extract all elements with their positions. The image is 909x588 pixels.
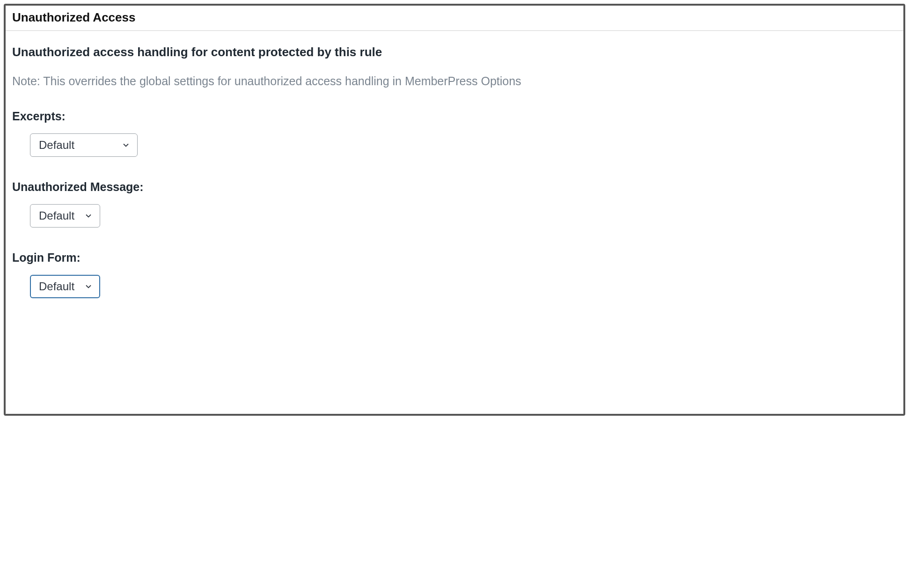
- unauthorized-message-select[interactable]: Default: [30, 204, 100, 228]
- excerpts-label: Excerpts:: [12, 110, 897, 123]
- unauthorized-message-select-value: Default: [39, 209, 74, 222]
- unauthorized-access-panel: Unauthorized Access Unauthorized access …: [4, 4, 905, 416]
- chevron-down-icon: [84, 211, 93, 220]
- unauthorized-message-field-group: Unauthorized Message: Default: [12, 180, 897, 228]
- note-text: Note: This overrides the global settings…: [12, 74, 897, 89]
- unauthorized-message-label: Unauthorized Message:: [12, 180, 897, 194]
- login-form-select[interactable]: Default: [30, 275, 100, 298]
- panel-body: Unauthorized access handling for content…: [6, 31, 903, 340]
- login-form-field-group: Login Form: Default: [12, 251, 897, 298]
- chevron-down-icon: [84, 282, 93, 291]
- excerpts-select-value: Default: [39, 139, 74, 152]
- chevron-down-icon: [121, 140, 131, 150]
- panel-title: Unauthorized Access: [12, 10, 897, 25]
- login-form-select-value: Default: [39, 280, 74, 293]
- section-heading: Unauthorized access handling for content…: [12, 45, 897, 59]
- excerpts-select[interactable]: Default: [30, 133, 138, 157]
- excerpts-field-group: Excerpts: Default: [12, 110, 897, 157]
- panel-header: Unauthorized Access: [6, 6, 903, 31]
- login-form-label: Login Form:: [12, 251, 897, 265]
